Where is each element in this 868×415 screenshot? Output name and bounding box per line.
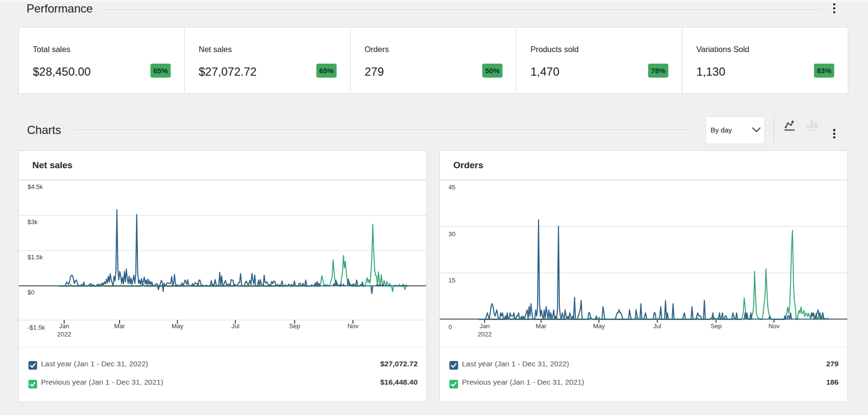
svg-text:Sep: Sep [710,322,721,330]
svg-text:$4.5k: $4.5k [27,183,43,190]
svg-text:$3k: $3k [27,218,38,226]
svg-text:$1.5k: $1.5k [27,254,43,261]
svg-text:2022: 2022 [478,331,492,338]
svg-text:May: May [172,322,184,330]
svg-text:$0: $0 [27,289,34,296]
svg-text:15: 15 [448,277,455,284]
svg-text:Nov: Nov [347,322,359,330]
svg-text:-$1.5k: -$1.5k [27,324,45,331]
svg-text:Jul: Jul [653,322,662,330]
svg-text:Nov: Nov [768,322,780,330]
svg-text:30: 30 [448,230,455,238]
svg-text:45: 45 [448,184,455,191]
svg-text:May: May [593,322,605,330]
svg-text:Jan: Jan [59,322,69,330]
svg-text:Jul: Jul [231,322,240,330]
svg-text:Mar: Mar [114,322,125,330]
svg-text:0: 0 [448,323,452,331]
svg-text:Sep: Sep [289,322,300,330]
svg-text:2022: 2022 [57,331,71,338]
svg-text:Mar: Mar [536,322,547,330]
svg-text:Jan: Jan [480,322,490,330]
